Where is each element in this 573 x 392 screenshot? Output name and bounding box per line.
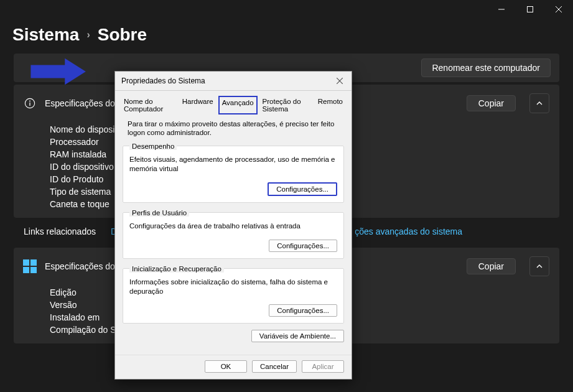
- breadcrumb: Sistema › Sobre: [0, 19, 573, 54]
- startup-recovery-group: Inicialização e Recuperação Informações …: [123, 265, 344, 324]
- tab-hardware[interactable]: Hardware: [180, 96, 216, 114]
- collapse-windows-specs-button[interactable]: [529, 256, 549, 276]
- user-profiles-desc: Configurações da área de trabalho relati…: [129, 222, 337, 231]
- dialog-footer: OK Cancelar Aplicar: [115, 355, 352, 379]
- system-properties-dialog: Propriedades do Sistema Nome do Computad…: [114, 71, 352, 380]
- dialog-titlebar: Propriedades do Sistema: [115, 72, 352, 91]
- performance-desc: Efeitos visuais, agendamento de processa…: [129, 155, 337, 174]
- startup-recovery-legend: Inicialização e Recuperação: [129, 265, 224, 273]
- svg-rect-7: [29, 103, 30, 106]
- related-links-label: Links relacionados: [24, 226, 96, 236]
- tab-computer-name[interactable]: Nome do Computador: [121, 96, 177, 114]
- copy-device-specs-button[interactable]: Copiar: [467, 95, 516, 111]
- performance-settings-button[interactable]: Configurações...: [268, 182, 337, 196]
- minimize-button[interactable]: [487, 0, 516, 19]
- annotation-arrow: [22, 54, 91, 82]
- startup-recovery-desc: Informações sobre inicialização do siste…: [129, 278, 337, 296]
- window-titlebar: [0, 0, 573, 19]
- user-profiles-settings-button[interactable]: Configurações...: [269, 240, 337, 252]
- environment-variables-button[interactable]: Variáveis de Ambiente...: [251, 330, 344, 342]
- chevron-right-icon: ›: [86, 29, 90, 40]
- dialog-title: Propriedades do Sistema: [121, 77, 334, 85]
- cancel-button[interactable]: Cancelar: [252, 360, 297, 373]
- user-profiles-group: Perfis de Usuário Configurações da área …: [123, 209, 344, 259]
- info-icon: [24, 97, 36, 110]
- user-profiles-legend: Perfis de Usuário: [129, 209, 189, 217]
- svg-point-6: [29, 101, 30, 102]
- apply-button[interactable]: Aplicar: [302, 360, 344, 373]
- svg-rect-1: [528, 7, 533, 12]
- link-advanced-system[interactable]: ções avançadas do sistema: [355, 226, 462, 236]
- dialog-tabs: Nome do Computador Hardware Avançado Pro…: [115, 91, 352, 114]
- ok-button[interactable]: OK: [205, 360, 247, 373]
- performance-legend: Desempenho: [129, 142, 177, 150]
- svg-marker-4: [30, 58, 85, 85]
- admin-note: Para tirar o máximo proveito destas alte…: [128, 119, 339, 138]
- performance-group: Desempenho Efeitos visuais, agendamento …: [123, 142, 344, 203]
- breadcrumb-current: Sobre: [98, 25, 147, 45]
- rename-computer-button[interactable]: Renomear este computador: [421, 58, 551, 77]
- maximize-button[interactable]: [516, 0, 544, 19]
- tab-advanced[interactable]: Avançado: [218, 96, 258, 114]
- collapse-device-specs-button[interactable]: [529, 93, 549, 113]
- dialog-close-button[interactable]: [334, 75, 345, 86]
- tab-system-protection[interactable]: Proteção do Sistema: [260, 96, 313, 114]
- windows-icon: [24, 260, 36, 273]
- close-button[interactable]: [544, 0, 573, 19]
- copy-windows-specs-button[interactable]: Copiar: [467, 258, 516, 274]
- startup-recovery-settings-button[interactable]: Configurações...: [269, 304, 337, 317]
- tab-remote[interactable]: Remoto: [315, 96, 345, 114]
- breadcrumb-parent[interactable]: Sistema: [12, 25, 79, 45]
